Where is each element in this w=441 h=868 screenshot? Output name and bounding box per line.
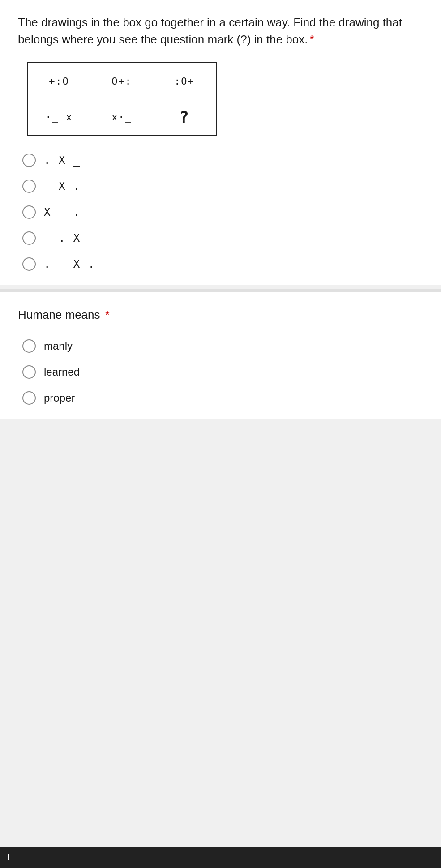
section-title-text: Humane means <box>18 308 100 321</box>
humane-options-list: manly learned proper <box>18 339 423 405</box>
matrix-cell-r2c1: ·_ x <box>28 99 90 135</box>
radio-2[interactable] <box>22 180 36 193</box>
humane-radio-2[interactable] <box>22 365 36 379</box>
option-label-2: _ X . <box>44 180 81 192</box>
option-item-5[interactable]: . _ X . <box>22 257 423 271</box>
matrix-cell-r1c2: O+: <box>90 63 153 99</box>
section-divider <box>0 289 441 292</box>
option-label-3: X _ . <box>44 206 81 218</box>
matrix-cell-r2c3-question: ? <box>153 99 216 135</box>
option-item-1[interactable]: . X _ <box>22 154 423 167</box>
option-item-4[interactable]: _ . X <box>22 231 423 245</box>
option-label-1: . X _ <box>44 154 81 167</box>
bottom-bar: ! <box>0 847 441 868</box>
question-text-content: The drawings in the box go together in a… <box>18 16 402 46</box>
radio-1[interactable] <box>22 154 36 167</box>
humane-radio-3[interactable] <box>22 391 36 405</box>
matrix-box: +:O O+: :O+ ·_ x x·_ ? <box>27 62 217 136</box>
humane-option-item-3[interactable]: proper <box>22 391 423 405</box>
required-star: * <box>310 33 314 46</box>
matrix-cell-r2c2: x·_ <box>90 99 153 135</box>
radio-4[interactable] <box>22 231 36 245</box>
option-item-3[interactable]: X _ . <box>22 205 423 219</box>
humane-option-label-2: learned <box>44 366 80 378</box>
matrix-cell-r1c3: :O+ <box>153 63 216 99</box>
humane-means-section: Humane means * manly learned proper <box>0 292 441 419</box>
bottom-bar-icon: ! <box>7 852 10 863</box>
required-star-2: * <box>102 308 110 321</box>
radio-3[interactable] <box>22 205 36 219</box>
option-label-4: _ . X <box>44 232 81 244</box>
humane-radio-1[interactable] <box>22 339 36 353</box>
humane-option-item-2[interactable]: learned <box>22 365 423 379</box>
option-item-2[interactable]: _ X . <box>22 180 423 193</box>
question-text: The drawings in the box go together in a… <box>18 14 423 48</box>
answer-options-list: . X _ _ X . X _ . _ . X . _ X . <box>18 154 423 271</box>
humane-means-title: Humane means * <box>18 307 423 323</box>
humane-option-label-3: proper <box>44 392 75 404</box>
option-label-5: . _ X . <box>44 258 95 270</box>
humane-option-label-1: manly <box>44 340 73 352</box>
matrix-cell-r1c1: +:O <box>28 63 90 99</box>
radio-5[interactable] <box>22 257 36 271</box>
matrix-question-section: The drawings in the box go together in a… <box>0 0 441 285</box>
humane-option-item-1[interactable]: manly <box>22 339 423 353</box>
